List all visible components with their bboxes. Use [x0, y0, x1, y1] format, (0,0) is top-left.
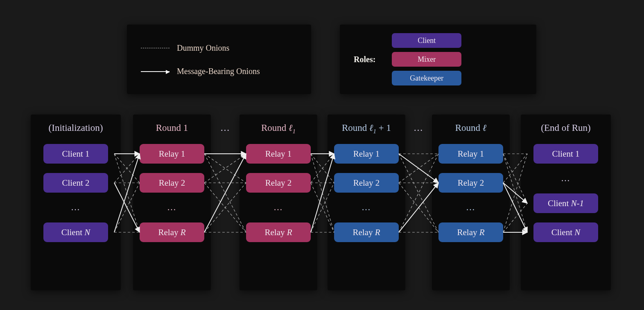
legend-message-label: Message-Bearing Onions — [177, 67, 260, 76]
node-relay-2: Relay 2 — [140, 173, 204, 193]
between-ellipsis-2: … — [414, 123, 424, 133]
node-relay-2: Relay 2 — [246, 173, 311, 193]
node-relay-r: Relay R — [140, 222, 204, 242]
stage-title-end: (End of Run) — [521, 123, 611, 135]
roles-stack: Client Mixer Gatekeeper — [392, 33, 461, 85]
node-client-2: Client 2 — [43, 173, 108, 193]
stage-title-roundl1: Round ℓ1 — [240, 123, 317, 135]
ellipsis: … — [328, 202, 405, 213]
legend-line-types: Dummy Onions Message-Bearing Onions — [127, 25, 311, 94]
node-relay-r: Relay R — [246, 222, 311, 242]
role-gatekeeper: Gatekeeper — [392, 71, 461, 85]
node-relay-1: Relay 1 — [438, 144, 503, 164]
legend-dummy-label: Dummy Onions — [177, 43, 229, 53]
node-relay-r: Relay R — [438, 222, 503, 242]
between-ellipsis-1: … — [220, 123, 230, 133]
ellipsis: … — [133, 202, 211, 213]
stage-end-of-run: (End of Run) Client 1 … Client N-1 Clien… — [521, 115, 611, 290]
node-client-1: Client 1 — [533, 144, 598, 164]
legend-row-message: Message-Bearing Onions — [141, 67, 297, 76]
ellipsis: … — [240, 202, 317, 213]
roles-title: Roles: — [354, 55, 375, 64]
stage-round-1: Round 1 Relay 1 Relay 2 … Relay R — [133, 115, 211, 290]
ellipsis: … — [521, 173, 611, 184]
legend-roles: Roles: Client Mixer Gatekeeper — [340, 25, 536, 94]
stage-title-roundl: Round ℓ — [432, 123, 510, 135]
node-client-nm1: Client N-1 — [533, 193, 598, 213]
node-client-n: Client N — [43, 222, 108, 242]
dashed-line-icon — [141, 48, 169, 48]
role-mixer: Mixer — [392, 52, 461, 67]
stage-round-l1-plus-1: Round ℓ1 + 1 Relay 1 Relay 2 … Relay R — [328, 115, 405, 290]
legend-row-dummy: Dummy Onions — [141, 43, 297, 53]
node-client-1: Client 1 — [43, 144, 108, 164]
stage-title-init: (Initialization) — [31, 123, 121, 135]
stage-round-l: Round ℓ Relay 1 Relay 2 … Relay R — [432, 115, 510, 290]
node-client-n: Client N — [533, 222, 598, 242]
solid-arrow-icon — [141, 71, 169, 72]
node-relay-r: Relay R — [334, 222, 399, 242]
role-client: Client — [392, 33, 461, 48]
stage-title-roundl1p1: Round ℓ1 + 1 — [328, 123, 405, 135]
ellipsis: … — [31, 202, 121, 213]
stage-title-round1: Round 1 — [133, 123, 211, 135]
ellipsis: … — [432, 202, 510, 213]
node-relay-1: Relay 1 — [140, 144, 204, 164]
node-relay-2: Relay 2 — [334, 173, 399, 193]
node-relay-1: Relay 1 — [334, 144, 399, 164]
stage-initialization: (Initialization) Client 1 Client 2 … Cli… — [31, 115, 121, 290]
stage-round-l1: Round ℓ1 Relay 1 Relay 2 … Relay R — [240, 115, 317, 290]
node-relay-1: Relay 1 — [246, 144, 311, 164]
node-relay-2: Relay 2 — [438, 173, 503, 193]
